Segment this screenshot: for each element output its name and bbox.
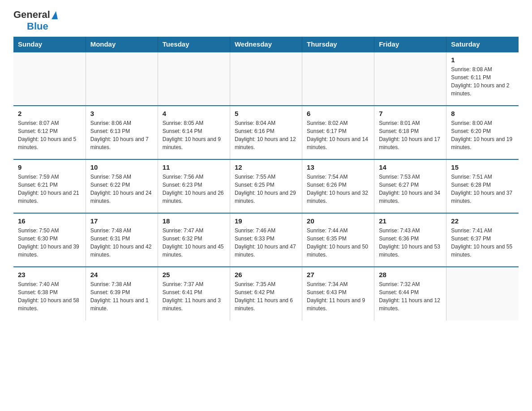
calendar-cell: 5Sunrise: 8:04 AMSunset: 6:16 PMDaylight…	[230, 106, 302, 159]
day-number: 22	[451, 217, 514, 225]
calendar-cell: 12Sunrise: 7:55 AMSunset: 6:25 PMDayligh…	[230, 159, 302, 213]
day-info: Sunrise: 8:05 AMSunset: 6:14 PMDaylight:…	[163, 119, 225, 151]
calendar-cell: 15Sunrise: 7:51 AMSunset: 6:28 PMDayligh…	[446, 159, 519, 213]
weekday-header-wednesday: Wednesday	[230, 37, 302, 52]
calendar-cell: 18Sunrise: 7:47 AMSunset: 6:32 PMDayligh…	[158, 213, 230, 267]
day-info: Sunrise: 7:55 AMSunset: 6:25 PMDaylight:…	[235, 173, 297, 205]
calendar-cell: 27Sunrise: 7:34 AMSunset: 6:43 PMDayligh…	[302, 267, 374, 321]
day-number: 23	[18, 271, 81, 278]
day-info: Sunrise: 8:00 AMSunset: 6:20 PMDaylight:…	[451, 119, 514, 151]
day-info: Sunrise: 8:06 AMSunset: 6:13 PMDaylight:…	[90, 119, 153, 151]
day-info: Sunrise: 7:38 AMSunset: 6:39 PMDaylight:…	[90, 280, 153, 313]
calendar-cell	[13, 52, 86, 106]
day-info: Sunrise: 8:01 AMSunset: 6:18 PMDaylight:…	[379, 119, 442, 151]
day-number: 16	[18, 217, 81, 225]
day-info: Sunrise: 7:50 AMSunset: 6:30 PMDaylight:…	[18, 227, 81, 259]
calendar-cell: 4Sunrise: 8:05 AMSunset: 6:14 PMDaylight…	[158, 106, 230, 159]
day-info: Sunrise: 8:04 AMSunset: 6:16 PMDaylight:…	[235, 119, 297, 151]
day-info: Sunrise: 7:34 AMSunset: 6:43 PMDaylight:…	[307, 280, 369, 313]
day-number: 11	[163, 163, 225, 171]
day-number: 20	[307, 217, 369, 225]
calendar-cell: 1Sunrise: 8:08 AMSunset: 6:11 PMDaylight…	[446, 52, 519, 106]
calendar-cell: 2Sunrise: 8:07 AMSunset: 6:12 PMDaylight…	[13, 106, 86, 159]
day-info: Sunrise: 7:43 AMSunset: 6:36 PMDaylight:…	[379, 227, 442, 259]
day-info: Sunrise: 7:41 AMSunset: 6:37 PMDaylight:…	[451, 227, 514, 259]
calendar-cell: 23Sunrise: 7:40 AMSunset: 6:38 PMDayligh…	[13, 267, 86, 321]
calendar-table: SundayMondayTuesdayWednesdayThursdayFrid…	[13, 37, 519, 321]
calendar-cell	[158, 52, 230, 106]
calendar-cell: 17Sunrise: 7:48 AMSunset: 6:31 PMDayligh…	[86, 213, 158, 267]
day-number: 25	[163, 271, 225, 278]
day-number: 4	[163, 110, 225, 117]
logo-general-text: General	[13, 9, 50, 21]
weekday-header-saturday: Saturday	[446, 37, 519, 52]
weekday-header-sunday: Sunday	[13, 37, 86, 52]
day-info: Sunrise: 7:40 AMSunset: 6:38 PMDaylight:…	[18, 280, 81, 313]
day-info: Sunrise: 7:35 AMSunset: 6:42 PMDaylight:…	[235, 280, 297, 313]
calendar-cell: 24Sunrise: 7:38 AMSunset: 6:39 PMDayligh…	[86, 267, 158, 321]
day-info: Sunrise: 7:48 AMSunset: 6:31 PMDaylight:…	[90, 227, 153, 259]
week-row-3: 9Sunrise: 7:59 AMSunset: 6:21 PMDaylight…	[13, 159, 519, 213]
calendar-cell: 28Sunrise: 7:32 AMSunset: 6:44 PMDayligh…	[374, 267, 446, 321]
day-info: Sunrise: 7:58 AMSunset: 6:22 PMDaylight:…	[90, 173, 153, 205]
day-info: Sunrise: 8:07 AMSunset: 6:12 PMDaylight:…	[18, 119, 81, 151]
day-number: 5	[235, 110, 297, 117]
weekday-header-friday: Friday	[374, 37, 446, 52]
day-number: 26	[235, 271, 297, 278]
day-number: 14	[379, 163, 442, 171]
day-number: 3	[90, 110, 153, 117]
week-row-4: 16Sunrise: 7:50 AMSunset: 6:30 PMDayligh…	[13, 213, 519, 267]
day-info: Sunrise: 7:53 AMSunset: 6:27 PMDaylight:…	[379, 173, 442, 205]
day-number: 8	[451, 110, 514, 117]
calendar-cell: 16Sunrise: 7:50 AMSunset: 6:30 PMDayligh…	[13, 213, 86, 267]
calendar-cell: 7Sunrise: 8:01 AMSunset: 6:18 PMDaylight…	[374, 106, 446, 159]
weekday-header-monday: Monday	[86, 37, 158, 52]
day-info: Sunrise: 7:47 AMSunset: 6:32 PMDaylight:…	[163, 227, 225, 259]
calendar-cell	[230, 52, 302, 106]
calendar-cell: 13Sunrise: 7:54 AMSunset: 6:26 PMDayligh…	[302, 159, 374, 213]
day-number: 18	[163, 217, 225, 225]
day-number: 19	[235, 217, 297, 225]
day-number: 21	[379, 217, 442, 225]
day-number: 12	[235, 163, 297, 171]
calendar-cell: 19Sunrise: 7:46 AMSunset: 6:33 PMDayligh…	[230, 213, 302, 267]
day-number: 7	[379, 110, 442, 117]
calendar-cell: 9Sunrise: 7:59 AMSunset: 6:21 PMDaylight…	[13, 159, 86, 213]
day-number: 28	[379, 271, 442, 278]
calendar-cell: 11Sunrise: 7:56 AMSunset: 6:23 PMDayligh…	[158, 159, 230, 213]
day-info: Sunrise: 7:56 AMSunset: 6:23 PMDaylight:…	[163, 173, 225, 205]
week-row-5: 23Sunrise: 7:40 AMSunset: 6:38 PMDayligh…	[13, 267, 519, 321]
day-number: 2	[18, 110, 81, 117]
day-number: 15	[451, 163, 514, 171]
day-number: 1	[451, 56, 514, 64]
calendar-cell	[374, 52, 446, 106]
calendar-cell: 10Sunrise: 7:58 AMSunset: 6:22 PMDayligh…	[86, 159, 158, 213]
week-row-1: 1Sunrise: 8:08 AMSunset: 6:11 PMDaylight…	[13, 52, 519, 106]
day-number: 24	[90, 271, 153, 278]
week-row-2: 2Sunrise: 8:07 AMSunset: 6:12 PMDaylight…	[13, 106, 519, 159]
day-number: 27	[307, 271, 369, 278]
weekday-header-row: SundayMondayTuesdayWednesdayThursdayFrid…	[13, 37, 519, 52]
day-info: Sunrise: 7:59 AMSunset: 6:21 PMDaylight:…	[18, 173, 81, 205]
day-number: 10	[90, 163, 153, 171]
day-info: Sunrise: 7:54 AMSunset: 6:26 PMDaylight:…	[307, 173, 369, 205]
calendar-cell	[302, 52, 374, 106]
calendar-cell: 6Sunrise: 8:02 AMSunset: 6:17 PMDaylight…	[302, 106, 374, 159]
calendar-cell	[86, 52, 158, 106]
calendar-cell: 25Sunrise: 7:37 AMSunset: 6:41 PMDayligh…	[158, 267, 230, 321]
logo: General Blue	[13, 9, 58, 32]
calendar-cell: 21Sunrise: 7:43 AMSunset: 6:36 PMDayligh…	[374, 213, 446, 267]
calendar-cell	[446, 267, 519, 321]
day-info: Sunrise: 7:46 AMSunset: 6:33 PMDaylight:…	[235, 227, 297, 259]
day-info: Sunrise: 7:44 AMSunset: 6:35 PMDaylight:…	[307, 227, 369, 259]
day-number: 6	[307, 110, 369, 117]
day-info: Sunrise: 8:02 AMSunset: 6:17 PMDaylight:…	[307, 119, 369, 151]
calendar-cell: 3Sunrise: 8:06 AMSunset: 6:13 PMDaylight…	[86, 106, 158, 159]
day-number: 17	[90, 217, 153, 225]
calendar-cell: 8Sunrise: 8:00 AMSunset: 6:20 PMDaylight…	[446, 106, 519, 159]
calendar-cell: 22Sunrise: 7:41 AMSunset: 6:37 PMDayligh…	[446, 213, 519, 267]
day-number: 9	[18, 163, 81, 171]
day-info: Sunrise: 7:37 AMSunset: 6:41 PMDaylight:…	[163, 280, 225, 313]
calendar-cell: 14Sunrise: 7:53 AMSunset: 6:27 PMDayligh…	[374, 159, 446, 213]
calendar-cell: 26Sunrise: 7:35 AMSunset: 6:42 PMDayligh…	[230, 267, 302, 321]
